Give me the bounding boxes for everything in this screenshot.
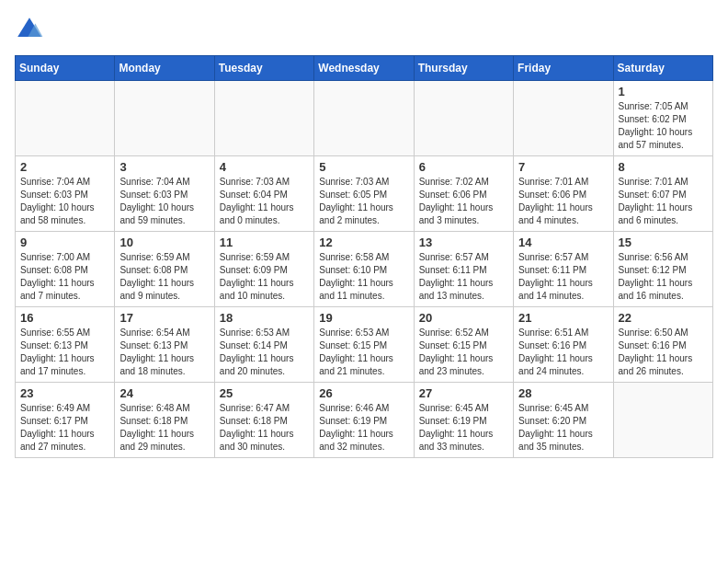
day-number: 10 [119, 236, 209, 249]
day-info: Sunrise: 7:01 AM Sunset: 6:07 PM Dayligh… [619, 176, 708, 227]
calendar-cell: 12Sunrise: 6:58 AM Sunset: 6:10 PM Dayli… [314, 232, 414, 307]
day-info: Sunrise: 6:50 AM Sunset: 6:16 PM Dayligh… [619, 327, 708, 378]
day-number: 24 [119, 386, 209, 400]
calendar-cell: 25Sunrise: 6:47 AM Sunset: 6:18 PM Dayli… [214, 383, 313, 458]
logo [15, 15, 50, 44]
day-info: Sunrise: 6:58 AM Sunset: 6:10 PM Dayligh… [319, 251, 408, 303]
day-info: Sunrise: 6:54 AM Sunset: 6:13 PM Dayligh… [119, 327, 209, 378]
day-info: Sunrise: 6:53 AM Sunset: 6:14 PM Dayligh… [220, 327, 309, 378]
day-info: Sunrise: 6:48 AM Sunset: 6:18 PM Dayligh… [119, 402, 209, 454]
day-number: 22 [619, 311, 708, 325]
day-number: 19 [319, 311, 408, 325]
calendar-cell: 26Sunrise: 6:46 AM Sunset: 6:19 PM Dayli… [314, 383, 414, 458]
calendar-cell: 9Sunrise: 7:00 AM Sunset: 6:08 PM Daylig… [16, 232, 115, 307]
day-number: 2 [20, 160, 109, 174]
calendar-week-2: 2Sunrise: 7:04 AM Sunset: 6:03 PM Daylig… [16, 156, 713, 232]
col-header-sunday: Sunday [16, 56, 115, 81]
calendar-cell: 23Sunrise: 6:49 AM Sunset: 6:17 PM Dayli… [16, 383, 115, 458]
day-info: Sunrise: 7:04 AM Sunset: 6:03 PM Dayligh… [119, 176, 209, 227]
day-info: Sunrise: 7:04 AM Sunset: 6:03 PM Dayligh… [20, 176, 109, 227]
day-info: Sunrise: 7:01 AM Sunset: 6:06 PM Dayligh… [518, 176, 608, 227]
calendar-cell [414, 81, 513, 156]
calendar-cell [613, 383, 712, 458]
day-info: Sunrise: 6:45 AM Sunset: 6:20 PM Dayligh… [518, 402, 608, 454]
logo-icon [15, 15, 44, 44]
day-number: 7 [518, 160, 608, 174]
day-info: Sunrise: 6:52 AM Sunset: 6:15 PM Dayligh… [419, 327, 508, 378]
day-info: Sunrise: 6:56 AM Sunset: 6:12 PM Dayligh… [619, 251, 708, 303]
calendar-cell: 3Sunrise: 7:04 AM Sunset: 6:03 PM Daylig… [115, 156, 214, 232]
calendar-cell: 6Sunrise: 7:02 AM Sunset: 6:06 PM Daylig… [414, 156, 513, 232]
day-info: Sunrise: 7:03 AM Sunset: 6:05 PM Dayligh… [319, 176, 408, 227]
calendar-cell: 2Sunrise: 7:04 AM Sunset: 6:03 PM Daylig… [16, 156, 115, 232]
day-number: 6 [419, 160, 508, 174]
day-number: 13 [419, 236, 508, 249]
calendar-header-row: SundayMondayTuesdayWednesdayThursdayFrid… [16, 56, 713, 81]
day-number: 15 [619, 236, 708, 249]
day-info: Sunrise: 6:49 AM Sunset: 6:17 PM Dayligh… [20, 402, 109, 454]
col-header-thursday: Thursday [414, 56, 513, 81]
day-number: 5 [319, 160, 408, 174]
col-header-wednesday: Wednesday [314, 56, 414, 81]
calendar-cell: 10Sunrise: 6:59 AM Sunset: 6:08 PM Dayli… [115, 232, 214, 307]
day-info: Sunrise: 6:55 AM Sunset: 6:13 PM Dayligh… [20, 327, 109, 378]
day-info: Sunrise: 6:46 AM Sunset: 6:19 PM Dayligh… [319, 402, 408, 454]
day-number: 3 [119, 160, 209, 174]
day-number: 12 [319, 236, 408, 249]
calendar-cell: 1Sunrise: 7:05 AM Sunset: 6:02 PM Daylig… [613, 81, 712, 156]
day-number: 1 [619, 85, 708, 98]
calendar-cell: 21Sunrise: 6:51 AM Sunset: 6:16 PM Dayli… [514, 307, 613, 383]
day-info: Sunrise: 7:00 AM Sunset: 6:08 PM Dayligh… [20, 251, 109, 303]
calendar-cell: 18Sunrise: 6:53 AM Sunset: 6:14 PM Dayli… [214, 307, 313, 383]
day-info: Sunrise: 6:45 AM Sunset: 6:19 PM Dayligh… [419, 402, 508, 454]
day-info: Sunrise: 7:02 AM Sunset: 6:06 PM Dayligh… [419, 176, 508, 227]
day-info: Sunrise: 6:53 AM Sunset: 6:15 PM Dayligh… [319, 327, 408, 378]
calendar-cell: 14Sunrise: 6:57 AM Sunset: 6:11 PM Dayli… [514, 232, 613, 307]
day-number: 8 [619, 160, 708, 174]
day-info: Sunrise: 6:51 AM Sunset: 6:16 PM Dayligh… [518, 327, 608, 378]
day-info: Sunrise: 6:59 AM Sunset: 6:09 PM Dayligh… [220, 251, 309, 303]
col-header-tuesday: Tuesday [214, 56, 313, 81]
calendar-cell [314, 81, 414, 156]
day-number: 16 [20, 311, 109, 325]
calendar-cell: 17Sunrise: 6:54 AM Sunset: 6:13 PM Dayli… [115, 307, 214, 383]
calendar-cell: 4Sunrise: 7:03 AM Sunset: 6:04 PM Daylig… [214, 156, 313, 232]
calendar-cell: 13Sunrise: 6:57 AM Sunset: 6:11 PM Dayli… [414, 232, 513, 307]
day-number: 11 [220, 236, 309, 249]
calendar-cell: 22Sunrise: 6:50 AM Sunset: 6:16 PM Dayli… [613, 307, 712, 383]
calendar-cell: 5Sunrise: 7:03 AM Sunset: 6:05 PM Daylig… [314, 156, 414, 232]
day-number: 21 [518, 311, 608, 325]
day-number: 23 [20, 386, 109, 400]
day-number: 28 [518, 386, 608, 400]
calendar-week-4: 16Sunrise: 6:55 AM Sunset: 6:13 PM Dayli… [16, 307, 713, 383]
calendar-week-5: 23Sunrise: 6:49 AM Sunset: 6:17 PM Dayli… [16, 383, 713, 458]
day-number: 20 [419, 311, 508, 325]
calendar-cell: 28Sunrise: 6:45 AM Sunset: 6:20 PM Dayli… [514, 383, 613, 458]
day-info: Sunrise: 6:57 AM Sunset: 6:11 PM Dayligh… [419, 251, 508, 303]
day-number: 26 [319, 386, 408, 400]
calendar-cell: 16Sunrise: 6:55 AM Sunset: 6:13 PM Dayli… [16, 307, 115, 383]
calendar-cell [16, 81, 115, 156]
day-number: 9 [20, 236, 109, 249]
day-number: 17 [119, 311, 209, 325]
day-number: 14 [518, 236, 608, 249]
day-info: Sunrise: 6:57 AM Sunset: 6:11 PM Dayligh… [518, 251, 608, 303]
calendar-cell [115, 81, 214, 156]
col-header-saturday: Saturday [613, 56, 712, 81]
calendar-cell: 20Sunrise: 6:52 AM Sunset: 6:15 PM Dayli… [414, 307, 513, 383]
calendar-cell: 7Sunrise: 7:01 AM Sunset: 6:06 PM Daylig… [514, 156, 613, 232]
calendar-table: SundayMondayTuesdayWednesdayThursdayFrid… [15, 55, 713, 458]
day-info: Sunrise: 7:05 AM Sunset: 6:02 PM Dayligh… [619, 100, 708, 152]
calendar-week-1: 1Sunrise: 7:05 AM Sunset: 6:02 PM Daylig… [16, 81, 713, 156]
day-info: Sunrise: 6:59 AM Sunset: 6:08 PM Dayligh… [119, 251, 209, 303]
page-header [15, 15, 713, 44]
calendar-cell: 19Sunrise: 6:53 AM Sunset: 6:15 PM Dayli… [314, 307, 414, 383]
calendar-cell [514, 81, 613, 156]
day-number: 18 [220, 311, 309, 325]
day-info: Sunrise: 6:47 AM Sunset: 6:18 PM Dayligh… [220, 402, 309, 454]
calendar-cell: 11Sunrise: 6:59 AM Sunset: 6:09 PM Dayli… [214, 232, 313, 307]
day-info: Sunrise: 7:03 AM Sunset: 6:04 PM Dayligh… [220, 176, 309, 227]
calendar-cell: 8Sunrise: 7:01 AM Sunset: 6:07 PM Daylig… [613, 156, 712, 232]
day-number: 25 [220, 386, 309, 400]
col-header-friday: Friday [514, 56, 613, 81]
